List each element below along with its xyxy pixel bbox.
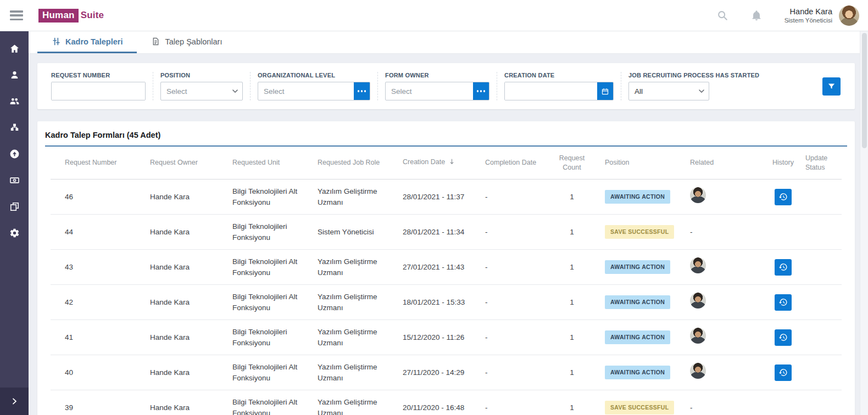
column-header[interactable]: Completion Date: [485, 158, 554, 167]
creation-date-cell: 15/12/2020 - 11:26: [403, 327, 485, 349]
employee-icon[interactable]: [9, 70, 20, 80]
filter-label: JOB RECRUITING PROCESS HAS STARTED: [628, 72, 759, 78]
table-row[interactable]: 40 Hande Kara Bilgi Teknolojileri Alt Fo…: [51, 355, 842, 390]
sidebar-expand-chevron-icon[interactable]: [0, 388, 29, 415]
history-clock-icon: [778, 368, 788, 377]
history-button[interactable]: [775, 364, 792, 381]
scrollbar-thumb[interactable]: [862, 33, 867, 148]
requested-job-role-cell: Yazılım Geliştirme Uzmanı: [318, 391, 403, 415]
related-user-avatar[interactable]: [690, 363, 706, 379]
tab-label: Talep Şablonları: [165, 37, 222, 46]
column-header-sorted[interactable]: Creation Date: [403, 158, 485, 168]
request-count-cell: 1: [554, 362, 590, 384]
related-user-avatar[interactable]: [690, 293, 706, 309]
notifications-bell-icon[interactable]: [750, 9, 763, 21]
organizational-level-select[interactable]: Select: [258, 82, 370, 100]
update-status-cell: [801, 192, 847, 203]
tab-kadro-talepleri[interactable]: Kadro Talepleri: [37, 31, 137, 53]
table-row[interactable]: 41 Hande Kara Bilgi Teknolojileri Fonksi…: [51, 320, 842, 355]
column-header[interactable]: Related: [690, 158, 765, 167]
org-structure-icon[interactable]: [9, 122, 20, 133]
form-owner-select[interactable]: Select: [385, 82, 489, 100]
payroll-icon[interactable]: [9, 175, 20, 186]
tab-talep-sablonlari[interactable]: Talep Şablonları: [137, 31, 236, 53]
related-cell: [690, 252, 765, 282]
column-header[interactable]: Position: [590, 158, 690, 167]
logo-primary: Human: [38, 9, 79, 23]
user-avatar[interactable]: [839, 5, 859, 26]
column-header[interactable]: Update Status: [801, 154, 847, 172]
column-header[interactable]: Request Count: [554, 154, 590, 172]
history-clock-icon: [778, 298, 788, 307]
column-header[interactable]: Request Owner: [150, 158, 232, 167]
app-logo: Human Suite: [38, 9, 104, 23]
related-cell: [690, 287, 765, 317]
table-row[interactable]: 44 Hande Kara Bilgi Teknolojileri Fonksi…: [51, 215, 842, 250]
history-button[interactable]: [775, 294, 792, 311]
request-count-cell: 1: [554, 291, 590, 313]
history-clock-icon: [778, 333, 788, 342]
calendar-button[interactable]: [597, 82, 613, 100]
creation-date-input[interactable]: [505, 82, 597, 100]
history-cell: [765, 402, 801, 413]
position-select[interactable]: Select: [160, 82, 243, 100]
column-header[interactable]: History: [765, 158, 801, 167]
status-badge: AWAITING ACTION: [605, 260, 670, 273]
requested-unit-cell: Bilgi Teknolojileri Alt Fonksiyonu: [232, 286, 318, 318]
publish-icon[interactable]: [9, 149, 20, 159]
top-bar: Human Suite Hande Kara Sistem Yöneticisi: [0, 0, 868, 31]
requested-unit-cell: Bilgi Teknolojileri Alt Fonksiyonu: [232, 391, 318, 415]
search-icon[interactable]: [716, 9, 728, 21]
column-header[interactable]: Requested Unit: [232, 158, 318, 167]
logo-secondary: Suite: [81, 10, 104, 21]
home-icon[interactable]: [9, 43, 20, 54]
request-owner-cell: Hande Kara: [150, 397, 232, 415]
related-user-avatar[interactable]: [690, 187, 706, 203]
history-button[interactable]: [775, 329, 792, 346]
column-header[interactable]: Request Number: [51, 158, 150, 167]
documents-icon[interactable]: [9, 201, 20, 212]
table-row[interactable]: 43 Hande Kara Bilgi Teknolojileri Alt Fo…: [51, 250, 842, 285]
related-user-avatar[interactable]: [690, 328, 706, 344]
request-number-input[interactable]: [52, 82, 145, 100]
completion-date-cell: -: [485, 327, 554, 349]
requested-unit-cell: Bilgi Teknolojileri Fonksiyonu: [232, 321, 318, 354]
more-options-button[interactable]: [473, 82, 489, 100]
table-row[interactable]: 42 Hande Kara Bilgi Teknolojileri Alt Fo…: [51, 285, 842, 320]
requested-job-role-cell: Sistem Yöneticisi: [318, 221, 403, 243]
related-empty-dash: -: [690, 228, 693, 236]
related-empty-dash: -: [690, 403, 693, 412]
team-icon[interactable]: [9, 96, 20, 106]
related-cell: [690, 182, 765, 212]
creation-date-cell: 20/11/2020 - 16:48: [403, 397, 485, 415]
apply-filters-button[interactable]: [822, 77, 841, 96]
history-button[interactable]: [775, 259, 792, 276]
ellipsis-icon: [477, 90, 486, 92]
request-count-cell: 1: [554, 186, 590, 208]
position-status-cell: AWAITING ACTION: [590, 325, 690, 349]
completion-date-cell: -: [485, 362, 554, 384]
requests-table-panel: Kadro Talep Formları (45 Adet) Request N…: [37, 121, 855, 415]
table-row[interactable]: 46 Hande Kara Bilgi Teknolojileri Alt Fo…: [51, 180, 842, 215]
settings-gears-icon[interactable]: [9, 228, 20, 238]
table-row[interactable]: 39 Hande Kara Bilgi Teknolojileri Alt Fo…: [51, 390, 842, 415]
requested-unit-cell: Bilgi Teknolojileri Alt Fonksiyonu: [232, 356, 318, 389]
completion-date-cell: -: [485, 397, 554, 415]
filters-panel: REQUEST NUMBER POSITION Select ORGANIZAT…: [37, 63, 855, 109]
column-header[interactable]: Requested Job Role: [318, 158, 403, 167]
tune-filter-icon: [52, 37, 61, 46]
request-number-cell: 41: [51, 327, 150, 349]
filter-label: FORM OWNER: [385, 72, 489, 78]
user-info[interactable]: Hande Kara Sistem Yöneticisi: [784, 7, 832, 25]
menu-icon[interactable]: [10, 10, 23, 20]
status-badge: AWAITING ACTION: [605, 190, 670, 203]
related-user-avatar[interactable]: [690, 257, 706, 273]
page-scrollbar[interactable]: [860, 31, 868, 415]
completion-date-cell: -: [485, 186, 554, 208]
more-options-button[interactable]: [354, 82, 370, 100]
update-status-cell: [801, 297, 847, 308]
table-title: Kadro Talep Formları (45 Adet): [45, 131, 847, 147]
job-recruiting-select[interactable]: All: [628, 82, 709, 100]
history-button[interactable]: [775, 189, 792, 205]
creation-date-cell: 27/01/2021 - 11:43: [403, 256, 485, 278]
